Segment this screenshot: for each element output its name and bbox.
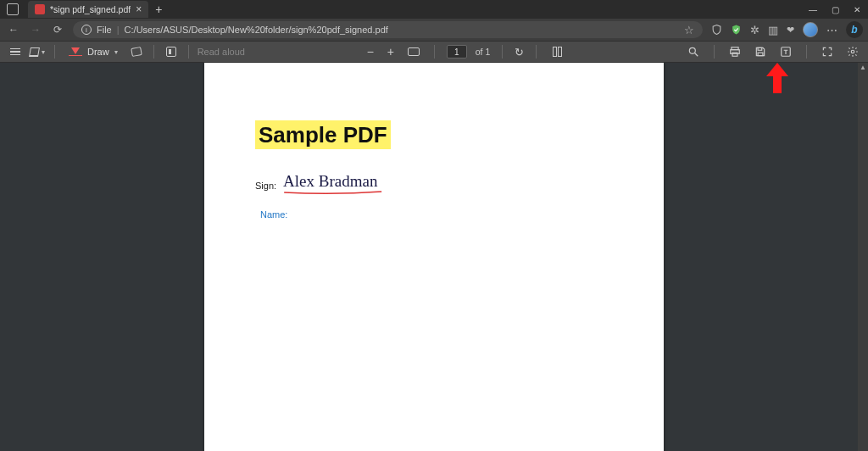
minimize-button[interactable]: ―	[802, 0, 824, 19]
separator	[153, 45, 154, 58]
add-text-button[interactable]	[777, 43, 794, 60]
chevron-down-icon: ▾	[114, 48, 118, 56]
separator	[714, 45, 715, 58]
rotate-button[interactable]: ↻	[515, 46, 524, 58]
browser-tab[interactable]: *sign pdf_signed.pdf ×	[28, 1, 148, 18]
tab-actions-icon[interactable]	[7, 3, 19, 15]
svg-point-0	[689, 47, 695, 53]
address-bar: ← → ⟳ i File | C:/Users/ASUS/Desktop/New…	[0, 19, 868, 41]
zoom-out-button[interactable]: −	[364, 45, 376, 58]
toolbar-right: ✲ ▥ ❤ ⋯ b	[711, 21, 861, 38]
document-title: Sample PDF	[255, 120, 391, 149]
draw-button[interactable]: Draw ▾	[64, 43, 123, 60]
profile-avatar[interactable]	[803, 22, 818, 37]
close-window-button[interactable]: ✕	[846, 0, 868, 19]
pdf-viewer[interactable]: Sample PDF Sign: Alex Bradman Name: ▲	[0, 63, 868, 451]
signature-row: Sign: Alex Bradman	[255, 172, 613, 191]
url-scheme: File	[97, 25, 112, 35]
pen-icon	[71, 47, 80, 54]
sign-label: Sign:	[255, 181, 276, 191]
pdf-favicon-icon	[35, 4, 45, 14]
site-info-icon[interactable]: i	[81, 25, 92, 35]
url-path: C:/Users/ASUS/Desktop/New%20folder/sign%…	[125, 25, 388, 35]
read-aloud-button[interactable]: Read aloud	[198, 47, 245, 57]
page-number-input[interactable]: 1	[447, 45, 467, 58]
more-menu-icon[interactable]: ⋯	[826, 24, 837, 36]
scroll-up-icon[interactable]: ▲	[858, 63, 868, 73]
highlight-button[interactable]: ▾	[29, 43, 46, 60]
new-tab-button[interactable]: +	[155, 3, 162, 16]
signature-text: Alex Bradman	[283, 172, 377, 190]
find-button[interactable]	[685, 43, 702, 60]
security-shield-icon[interactable]	[731, 24, 742, 36]
pdf-toolbar: ▾ Draw ▾ Read aloud − + 1 of 1 ↻	[0, 41, 868, 63]
erase-button[interactable]	[128, 43, 145, 60]
settings-button[interactable]	[844, 43, 861, 60]
url-separator: |	[117, 25, 120, 35]
bing-chat-button[interactable]: b	[846, 21, 863, 38]
zoom-in-button[interactable]: +	[385, 45, 397, 58]
svg-point-8	[851, 50, 854, 53]
separator	[188, 45, 189, 58]
page-count-label: of 1	[476, 47, 491, 57]
back-button[interactable]: ←	[7, 24, 20, 36]
tracking-shield-icon[interactable]	[711, 24, 722, 36]
save-button[interactable]	[752, 43, 769, 60]
two-page-view-button[interactable]	[548, 43, 565, 60]
close-tab-icon[interactable]: ×	[136, 4, 142, 14]
svg-line-1	[695, 53, 698, 57]
signature-underline	[283, 190, 382, 193]
favorite-icon[interactable]: ☆	[684, 24, 694, 36]
separator	[502, 45, 503, 58]
window-titlebar: *sign pdf_signed.pdf × + ― ▢ ✕	[0, 0, 868, 19]
vertical-scrollbar[interactable]: ▲	[858, 63, 868, 451]
page-view-button[interactable]	[163, 43, 180, 60]
separator	[536, 45, 537, 58]
draw-label: Draw	[87, 47, 109, 57]
fit-page-button[interactable]	[405, 43, 422, 60]
extensions-icon[interactable]: ✲	[750, 24, 760, 36]
tab-title: *sign pdf_signed.pdf	[50, 4, 131, 14]
separator	[434, 45, 435, 58]
svg-rect-6	[758, 47, 762, 50]
pdf-toolbar-right	[685, 43, 861, 60]
refresh-button[interactable]: ⟳	[51, 24, 64, 36]
pdf-page: Sample PDF Sign: Alex Bradman Name:	[204, 63, 664, 451]
window-controls: ― ▢ ✕	[802, 0, 868, 19]
svg-rect-5	[758, 53, 763, 55]
separator	[54, 45, 55, 58]
name-label: Name:	[260, 209, 287, 220]
maximize-button[interactable]: ▢	[824, 0, 846, 19]
fullscreen-button[interactable]	[819, 43, 836, 60]
separator	[806, 45, 807, 58]
print-button[interactable]	[726, 43, 743, 60]
share-icon[interactable]: ❤	[787, 25, 794, 36]
forward-button[interactable]: →	[29, 24, 42, 36]
pdf-toolbar-center: − + 1 of 1 ↻	[364, 43, 566, 60]
url-field[interactable]: i File | C:/Users/ASUS/Desktop/New%20fol…	[73, 21, 703, 38]
contents-button[interactable]	[7, 43, 24, 60]
bing-icon: b	[851, 24, 857, 36]
collections-icon[interactable]: ▥	[768, 24, 778, 36]
